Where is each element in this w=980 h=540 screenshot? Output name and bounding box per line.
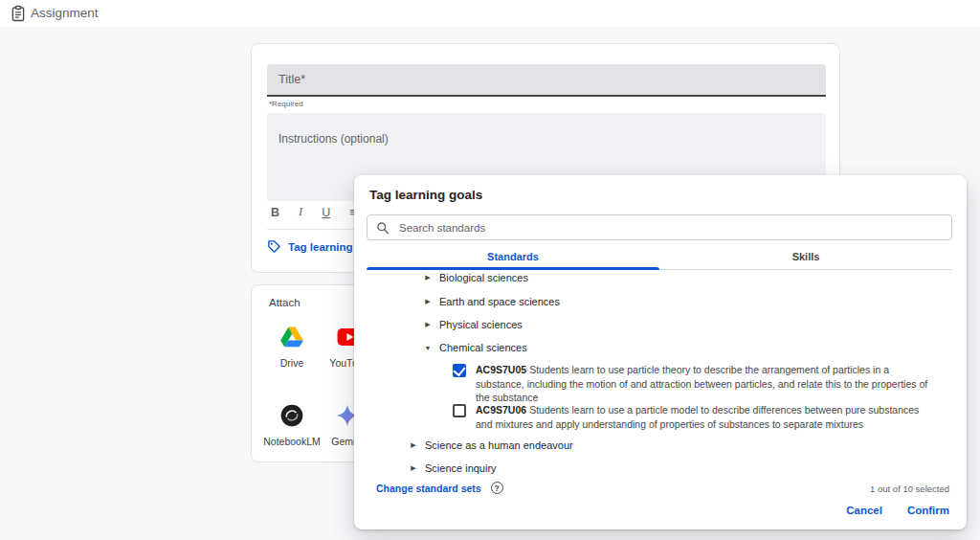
cancel-button[interactable]: Cancel bbox=[846, 505, 882, 516]
chevron-right-icon[interactable]: ▶ bbox=[410, 464, 417, 472]
chevron-down-icon[interactable]: ▼ bbox=[424, 345, 432, 351]
standard-description: Students learn to use particle theory to… bbox=[476, 364, 927, 403]
standard-description: Students learn to use a particle model t… bbox=[476, 404, 919, 430]
tree-item-science-human-endeavour[interactable]: ▶ Science as a human endeavour bbox=[410, 437, 573, 454]
google-drive-icon bbox=[279, 325, 304, 349]
tree-item-label: Science as a human endeavour bbox=[425, 439, 573, 451]
title-input[interactable] bbox=[267, 64, 826, 97]
underline-button[interactable]: U bbox=[322, 206, 330, 219]
chevron-right-icon[interactable]: ▶ bbox=[424, 274, 432, 281]
italic-button[interactable]: I bbox=[299, 205, 302, 219]
page-title: Assignment bbox=[31, 0, 99, 27]
tree-item-label: Biological sciences bbox=[439, 272, 528, 283]
label-icon bbox=[267, 239, 281, 254]
format-toolbar: B I U ≡ bbox=[271, 205, 357, 219]
dialog-actions: Cancel Confirm bbox=[846, 505, 949, 516]
standard-row-ac9s7u05[interactable]: AC9S7U05Students learn to use particle t… bbox=[453, 363, 941, 405]
assignment-icon bbox=[10, 5, 27, 22]
tree-item-earth-space-sciences[interactable]: ▶ Earth and space sciences bbox=[424, 293, 560, 310]
tree-item-label: Chemical sciences bbox=[439, 342, 527, 353]
dialog-tabs: Standards Skills bbox=[367, 246, 952, 270]
chevron-right-icon[interactable]: ▶ bbox=[424, 298, 432, 305]
checkbox-checked[interactable] bbox=[453, 364, 466, 377]
help-icon[interactable]: ? bbox=[491, 482, 503, 494]
tag-learning-goals-dialog: Tag learning goals Standards Skills ▶ Bi… bbox=[354, 175, 967, 529]
bold-button[interactable]: B bbox=[271, 206, 279, 219]
standards-search[interactable] bbox=[367, 214, 952, 240]
change-standard-sets-button[interactable]: Change standard sets ? bbox=[376, 482, 503, 494]
standard-text: AC9S7U05Students learn to use particle t… bbox=[476, 363, 938, 405]
chevron-right-icon[interactable]: ▶ bbox=[424, 321, 432, 328]
search-input[interactable] bbox=[397, 221, 943, 235]
confirm-button[interactable]: Confirm bbox=[907, 505, 949, 516]
attach-title: Attach bbox=[269, 297, 301, 308]
standard-row-ac9s7u06[interactable]: AC9S7U06Students learn to use a particle… bbox=[453, 403, 941, 431]
page: Assignment *Required B I U ≡ Tag learnin… bbox=[0, 0, 980, 540]
notebooklm-icon bbox=[279, 403, 304, 428]
tree-item-physical-sciences[interactable]: ▶ Physical sciences bbox=[424, 316, 523, 333]
tab-standards[interactable]: Standards bbox=[367, 246, 659, 269]
chevron-right-icon[interactable]: ▶ bbox=[410, 441, 417, 449]
standard-code: AC9S7U05 bbox=[476, 364, 526, 375]
dialog-title: Tag learning goals bbox=[369, 188, 482, 202]
tree-item-label: Science inquiry bbox=[425, 462, 497, 474]
tree-item-science-inquiry[interactable]: ▶ Science inquiry bbox=[410, 460, 497, 477]
standard-text: AC9S7U06Students learn to use a particle… bbox=[476, 403, 938, 431]
tree-item-chemical-sciences[interactable]: ▼ Chemical sciences bbox=[424, 339, 527, 356]
search-icon bbox=[376, 221, 390, 235]
standard-code: AC9S7U06 bbox=[476, 404, 526, 416]
tree-item-label: Earth and space sciences bbox=[439, 296, 560, 307]
required-hint: *Required bbox=[269, 100, 303, 108]
tree-item-biological-sciences[interactable]: ▶ Biological sciences bbox=[424, 269, 528, 286]
top-bar: Assignment bbox=[0, 0, 980, 27]
tab-skills[interactable]: Skills bbox=[659, 246, 952, 269]
tree-item-label: Physical sciences bbox=[439, 319, 523, 330]
selection-summary: 1 out of 10 selected bbox=[870, 484, 949, 494]
checkbox-unchecked[interactable] bbox=[453, 404, 466, 417]
change-standard-sets-label: Change standard sets bbox=[376, 483, 481, 494]
